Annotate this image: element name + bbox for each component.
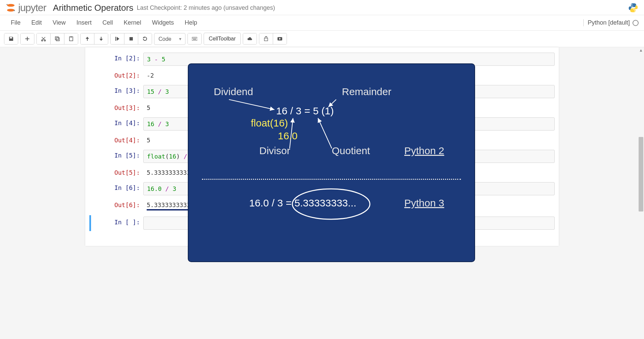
jupyter-logo[interactable]: jupyter xyxy=(5,2,46,13)
save-button[interactable] xyxy=(4,33,18,44)
svg-rect-13 xyxy=(129,37,133,40)
equation-bottom: 16.0 / 3 = 5.33333333... xyxy=(249,197,356,209)
float16-value: 16.0 xyxy=(278,130,297,142)
svg-point-5 xyxy=(634,10,635,11)
svg-rect-14 xyxy=(192,37,197,40)
add-cell-button[interactable] xyxy=(21,33,34,44)
svg-point-4 xyxy=(632,4,633,5)
paste-button[interactable] xyxy=(64,33,78,44)
move-down-button[interactable] xyxy=(94,33,108,44)
label-python3: Python 3 xyxy=(404,197,444,209)
svg-line-22 xyxy=(229,100,274,110)
restart-button[interactable] xyxy=(138,33,152,44)
kernel-status-icon xyxy=(633,20,639,26)
menubar: File Edit View Insert Cell Kernel Widget… xyxy=(0,15,644,31)
svg-line-24 xyxy=(318,118,332,148)
cut-button[interactable] xyxy=(37,33,51,44)
label-remainder: Remainder xyxy=(342,86,391,97)
svg-rect-20 xyxy=(264,38,268,41)
svg-rect-12 xyxy=(115,37,116,41)
svg-point-0 xyxy=(7,4,14,7)
cell-type-select[interactable]: Code xyxy=(154,33,185,45)
scroll-thumb[interactable] xyxy=(639,137,643,211)
svg-rect-15 xyxy=(193,38,193,39)
svg-rect-8 xyxy=(55,37,58,40)
notebook-container: In [2]: 3 - 5 Out[2]: -2 In [3]: 15 / 3 … xyxy=(0,47,644,339)
cloud-download-button[interactable] xyxy=(243,33,257,44)
copy-button[interactable] xyxy=(51,33,64,44)
annotation-overlay: Dividend Remainder 16 / 3 = 5 (1) float(… xyxy=(188,63,475,262)
menu-help[interactable]: Help xyxy=(179,17,203,29)
svg-rect-9 xyxy=(56,38,59,41)
menu-cell[interactable]: Cell xyxy=(97,17,118,29)
in-prompt: In [ ]: xyxy=(91,217,143,230)
svg-rect-18 xyxy=(196,38,196,39)
menu-insert[interactable]: Insert xyxy=(71,17,97,29)
in-prompt: In [6]: xyxy=(89,182,143,195)
jupyter-icon xyxy=(5,2,16,13)
header: jupyter Arithmetic Operators Last Checkp… xyxy=(0,0,644,15)
out-prompt: Out[5]: xyxy=(89,167,143,178)
overlay-divider xyxy=(202,179,461,180)
menu-widgets[interactable]: Widgets xyxy=(147,17,179,29)
out-prompt: Out[4]: xyxy=(89,135,143,146)
float16-label: float(16) xyxy=(251,117,288,129)
label-divisor: Divisor xyxy=(259,145,290,157)
command-palette-button[interactable] xyxy=(188,33,201,44)
toolbar: Code CellToolbar xyxy=(0,31,644,47)
label-dividend: Dividend xyxy=(214,86,253,97)
interrupt-button[interactable] xyxy=(124,33,138,44)
menu-file[interactable]: File xyxy=(5,17,26,29)
present-button[interactable] xyxy=(259,33,273,44)
kernel-indicator[interactable]: Python [default] xyxy=(583,19,639,26)
cell-toolbar-button[interactable]: CellToolbar xyxy=(204,33,241,45)
notebook-title[interactable]: Arithmetic Operators xyxy=(53,3,133,13)
label-quotient: Quotient xyxy=(332,145,370,157)
svg-rect-19 xyxy=(193,39,196,40)
out-prompt: Out[2]: xyxy=(89,70,143,81)
kernel-name: Python [default] xyxy=(588,19,630,26)
label-python2: Python 2 xyxy=(404,145,444,157)
svg-point-2 xyxy=(6,4,7,5)
svg-rect-16 xyxy=(194,38,194,39)
menu-edit[interactable]: Edit xyxy=(26,17,47,29)
app-name: jupyter xyxy=(18,2,46,13)
svg-rect-17 xyxy=(195,38,195,39)
python-icon xyxy=(628,2,639,13)
menu-kernel[interactable]: Kernel xyxy=(118,17,147,29)
out-prompt: Out[3]: xyxy=(89,102,143,113)
svg-point-3 xyxy=(13,10,15,11)
run-button[interactable] xyxy=(111,33,124,44)
checkpoint-text: Last Checkpoint: 2 minutes ago (unsaved … xyxy=(137,4,275,11)
in-prompt: In [4]: xyxy=(89,117,143,131)
move-up-button[interactable] xyxy=(81,33,94,44)
svg-rect-11 xyxy=(70,36,72,37)
in-prompt: In [3]: xyxy=(89,85,143,98)
scroll-up-icon[interactable]: ▲ xyxy=(639,48,643,52)
scrollbar[interactable]: ▲ xyxy=(638,47,644,339)
slideshow-button[interactable] xyxy=(273,33,287,44)
equation-top: 16 / 3 = 5 (1) xyxy=(276,105,334,117)
in-prompt: In [5]: xyxy=(89,150,143,163)
in-prompt: In [2]: xyxy=(89,53,143,66)
menu-view[interactable]: View xyxy=(47,17,71,29)
out-prompt: Out[6]: xyxy=(89,199,143,213)
svg-point-1 xyxy=(7,9,14,11)
